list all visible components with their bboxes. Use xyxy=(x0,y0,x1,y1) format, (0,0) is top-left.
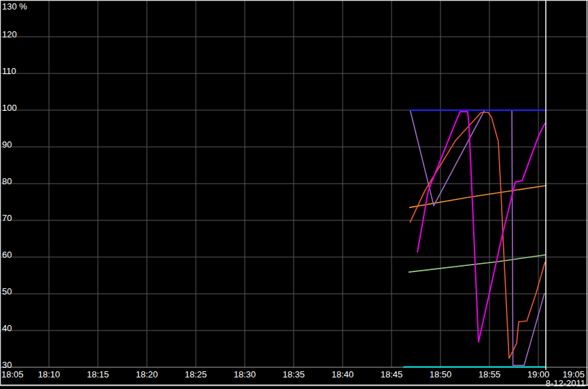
x-tick-label: 18:55 xyxy=(479,369,501,379)
x-tick-label: 18:40 xyxy=(332,369,354,379)
trend-window: 130 %1201101009080706050403018:0518:1018… xyxy=(0,0,588,389)
y-tick-label: 120 xyxy=(2,29,17,39)
x-tick-label: 18:15 xyxy=(87,369,109,379)
y-tick-label: 40 xyxy=(2,323,12,333)
y-tick-label: 30 xyxy=(2,360,12,370)
y-tick-label: 130 % xyxy=(2,1,27,12)
y-tick-label: 80 xyxy=(2,176,12,186)
x-tick-label: 18:10 xyxy=(38,369,60,379)
x-tick-label: 18:20 xyxy=(136,369,158,379)
x-tick-label: 18:50 xyxy=(430,369,452,379)
trend-chart: 130 %1201101009080706050403018:0518:1018… xyxy=(0,0,588,389)
x-tick-label: 18:30 xyxy=(234,369,256,379)
x-tick-label: 18:45 xyxy=(381,369,403,379)
y-tick-label: 110 xyxy=(2,66,16,76)
date-label: 8-12-2011 xyxy=(546,378,585,388)
y-tick-label: 60 xyxy=(2,250,12,260)
y-tick-label: 50 xyxy=(2,286,12,297)
x-tick-label: 18:35 xyxy=(283,369,305,379)
y-tick-label: 100 xyxy=(2,103,17,113)
x-tick-label: 18:05 xyxy=(1,369,24,379)
y-tick-label: 70 xyxy=(2,213,12,223)
y-tick-label: 90 xyxy=(2,139,12,150)
x-tick-label: 18:25 xyxy=(185,369,207,379)
